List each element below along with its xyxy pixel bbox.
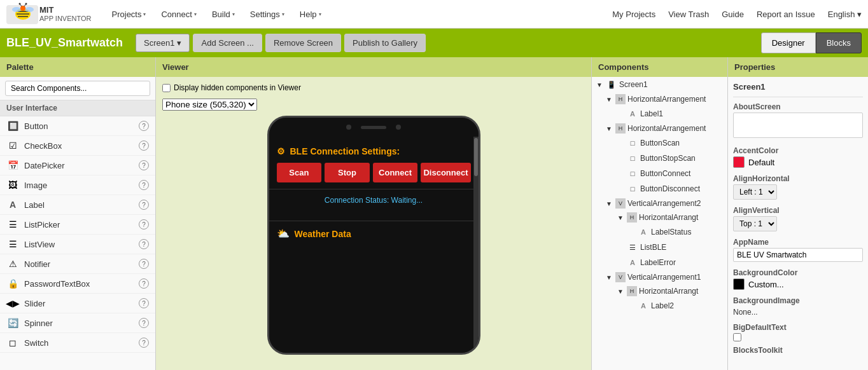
toggle-va2[interactable]: ▼ [605,199,613,208]
phone-speaker [361,126,386,129]
align-vertical-select[interactable]: Top : 1 [733,216,777,231]
nav-connect[interactable]: Connect ▾ [153,0,204,29]
nav-report-issue[interactable]: Report an Issue [757,10,815,19]
app-name-input[interactable] [733,248,863,262]
nav-my-projects[interactable]: My Projects [612,10,655,19]
svg-point-11 [25,3,27,5]
tree-item-buttondisconnect[interactable]: ▷ □ ButtonDisconnect [592,181,727,196]
tree-item-listble[interactable]: ▷ ☰ ListBLE [592,240,727,255]
toggle-screen1[interactable]: ▼ [595,80,604,89]
slider-help[interactable]: ? [139,298,149,308]
list-item[interactable]: ☰ ListView ? [0,235,155,254]
list-item[interactable]: ⚠ Notifier ? [0,254,155,274]
tree-item-ha2[interactable]: ▼ H HorizontalArrangement [592,121,727,135]
blocks-button[interactable]: Blocks [816,32,862,53]
buttondisconnect-label: ButtonDisconnect [640,184,700,193]
stop-button[interactable]: Stop [325,163,370,182]
list-item[interactable]: ☰ ListPicker ? [0,215,155,235]
checkbox-help[interactable]: ? [139,140,149,151]
switch-icon: ◻ [6,336,19,349]
ha2-icon: H [615,123,626,134]
list-item[interactable]: 📅 DatePicker ? [0,156,155,175]
prop-about-screen-label: AboutScreen [733,100,863,113]
list-item[interactable]: 🔲 Button ? [0,116,155,136]
list-item[interactable]: ☑ CheckBox ? [0,136,155,156]
phone-scrollbar[interactable] [473,137,479,353]
label-help[interactable]: ? [139,200,149,210]
prop-align-horizontal-label: AlignHorizontal [733,172,863,184]
buttonscan-label: ButtonScan [640,139,680,147]
spinner-help[interactable]: ? [139,318,149,328]
checkbox-icon: ☑ [6,139,19,152]
tree-item-ha1[interactable]: ▼ H HorizontalArrangement [592,92,727,106]
nav-projects[interactable]: Projects ▾ [104,0,154,29]
add-screen-button[interactable]: Add Screen ... [193,34,262,52]
notifier-help[interactable]: ? [139,259,149,269]
tree-item-va1[interactable]: ▼ V VerticalArrangement1 [592,270,727,284]
list-item[interactable]: 🔄 Spinner ? [0,313,155,333]
list-item[interactable]: ◻ Switch ? [0,333,155,353]
listpicker-help[interactable]: ? [139,219,149,230]
gear-icon: ⚙ [277,146,285,156]
big-default-text-checkbox[interactable] [733,333,741,341]
list-item[interactable]: 🖼 Image ? [0,175,155,195]
toggle-labelstatus: ▷ [627,228,636,236]
list-item[interactable]: ◀▶ Slider ? [0,294,155,313]
screen1-button[interactable]: Screen1 ▾ [136,34,190,52]
bg-color-value: Custom... [748,280,784,289]
connect-button[interactable]: Connect [373,163,418,182]
toggle-ha2[interactable]: ▼ [605,124,613,133]
publish-gallery-button[interactable]: Publish to Gallery [344,34,426,52]
nav-settings[interactable]: Settings ▾ [242,0,292,29]
disconnect-button[interactable]: Disconnect [421,163,470,182]
tree-item-buttonscan[interactable]: ▷ □ ButtonScan [592,135,727,151]
listpicker-icon: ☰ [6,218,19,231]
bg-color-swatch[interactable] [733,278,745,290]
components-panel: Components ▼ 📱 Screen1 ▼ H HorizontalArr… [591,57,728,370]
listview-help[interactable]: ? [139,239,149,249]
toggle-va1[interactable]: ▼ [605,273,613,282]
tree-item-label2[interactable]: ▷ A Label2 [592,298,727,313]
phone-top-bar [269,118,479,137]
tree-item-buttonstopscan[interactable]: ▷ □ ButtonStopScan [592,151,727,166]
phone-size-select[interactable]: Phone size (505,320) [162,99,257,111]
align-horizontal-select[interactable]: Left : 1 [733,184,777,200]
button-help[interactable]: ? [139,121,149,131]
toggle-buttondisconnect: ▷ [616,184,625,193]
tree-item-label1[interactable]: ▷ A Label1 [592,106,727,121]
hidden-components-checkbox[interactable] [162,84,171,92]
remove-screen-button[interactable]: Remove Screen [265,34,341,52]
nav-view-trash[interactable]: View Trash [668,10,709,19]
passwordtextbox-help[interactable]: ? [139,278,149,289]
prop-accent-color-label: AccentColor [733,144,863,156]
toggle-ha3[interactable]: ▼ [616,213,625,222]
list-item[interactable]: 🔒 PasswordTextBox ? [0,274,155,294]
viewer-controls: Display hidden components in Viewer [162,83,585,92]
tree-item-va2[interactable]: ▼ V VerticalArrangement2 [592,196,727,210]
about-screen-textarea[interactable] [733,113,863,138]
toggle-ha1[interactable]: ▼ [605,95,613,104]
tree-item-ha4[interactable]: ▼ H HorizontalArrangt [592,284,727,298]
search-input[interactable] [5,81,150,96]
weather-section: ⛅ Weather Data [269,221,479,246]
va1-label: VerticalArrangement1 [627,273,701,282]
tree-item-labelstatus[interactable]: ▷ A LabelStatus [592,224,727,240]
nav-english[interactable]: English ▾ [828,10,862,19]
designer-button[interactable]: Designer [761,32,816,53]
toolbar: BLE_UV_Smartwatch Screen1 ▾ Add Screen .… [0,29,868,57]
tree-item-labelerror[interactable]: ▷ A LabelError [592,255,727,270]
switch-help[interactable]: ? [139,338,149,348]
nav-help[interactable]: Help ▾ [292,0,329,29]
nav-build[interactable]: Build ▾ [204,0,242,29]
datepicker-help[interactable]: ? [139,160,149,170]
tree-item-buttonconnect[interactable]: ▷ □ ButtonConnect [592,166,727,181]
toggle-ha4[interactable]: ▼ [616,287,625,296]
tree-item-screen1[interactable]: ▼ 📱 Screen1 [592,77,727,92]
tree-item-ha3[interactable]: ▼ H HorizontalArrangt [592,210,727,224]
scan-button[interactable]: Scan [277,163,322,182]
accent-color-swatch[interactable] [733,156,745,168]
list-item[interactable]: A Label ? [0,195,155,215]
image-help[interactable]: ? [139,180,149,190]
nav-guide[interactable]: Guide [722,10,744,19]
ble-section: ⚙ BLE Connection Settings: Scan Stop Con… [269,137,479,189]
